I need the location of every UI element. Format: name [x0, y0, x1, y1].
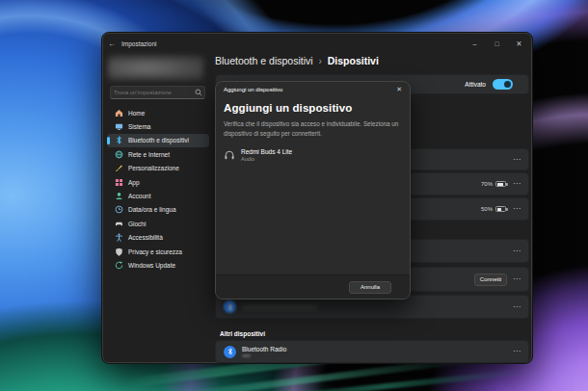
- settings-window: ← Impostazioni – □ ✕ HomeSistemaBluetoot…: [101, 32, 533, 364]
- device-name-blurred: [242, 304, 317, 310]
- more-options-icon[interactable]: ⋯: [513, 248, 521, 255]
- network-icon: [115, 150, 123, 159]
- bluetooth-icon: [115, 136, 123, 144]
- sidebar-item-privacy[interactable]: Privacy e sicurezza: [107, 245, 209, 258]
- sidebar-item-label: Account: [128, 193, 151, 199]
- more-options-icon[interactable]: ⋯: [513, 180, 521, 188]
- cancel-button[interactable]: Annulla: [349, 281, 391, 294]
- dialog-titlebar: Aggiungi un dispositivo ✕: [216, 82, 410, 97]
- headphones-icon: [224, 149, 235, 161]
- device-icon-blurred: [224, 300, 236, 313]
- sidebar-item-home[interactable]: Home: [107, 106, 209, 119]
- sidebar-nav: HomeSistemaBluetooth e dispositiviRete e…: [107, 106, 209, 273]
- dialog-title: Aggiungi un dispositivo: [224, 87, 282, 92]
- close-icon[interactable]: ✕: [508, 33, 530, 54]
- sidebar-item-apps[interactable]: App: [107, 175, 209, 189]
- back-icon[interactable]: ←: [102, 39, 121, 48]
- account-icon: [115, 192, 123, 200]
- dialog-close-icon[interactable]: ✕: [396, 86, 402, 93]
- sidebar-item-label: Sistema: [128, 123, 150, 130]
- sidebar-item-label: Privacy e sicurezza: [128, 248, 182, 255]
- dialog-footer: Annulla: [216, 274, 410, 299]
- personalization-icon: [115, 164, 123, 172]
- desktop: ← Impostazioni – □ ✕ HomeSistemaBluetoot…: [0, 0, 588, 391]
- update-icon: [115, 261, 123, 270]
- sidebar-item-datetime[interactable]: Data/ora e lingua: [107, 203, 209, 217]
- add-device-dialog: Aggiungi un dispositivo ✕ Aggiungi un di…: [215, 81, 411, 300]
- sidebar-item-label: Giochi: [128, 221, 146, 227]
- sidebar-item-network[interactable]: Rete e Internet: [107, 147, 209, 161]
- sidebar-item-account[interactable]: Account: [107, 189, 209, 202]
- search-input[interactable]: [111, 90, 193, 95]
- page-title: Dispositivi: [328, 55, 379, 66]
- accessibility-icon: [115, 233, 123, 242]
- toggle-knob: [504, 81, 511, 88]
- search-icon[interactable]: [193, 89, 204, 96]
- more-options-icon[interactable]: ⋯: [513, 303, 521, 311]
- sidebar-item-label: Accessibilità: [128, 234, 163, 241]
- dialog-heading: Aggiungi un dispositivo: [224, 102, 402, 114]
- sidebar-item-label: Rete e Internet: [128, 151, 170, 158]
- sidebar-item-bluetooth[interactable]: Bluetooth e dispositivi: [107, 134, 209, 147]
- sidebar-item-label: Data/ora e lingua: [128, 206, 176, 213]
- minimize-icon[interactable]: –: [464, 33, 486, 54]
- settings-search: [110, 86, 205, 99]
- toggle-state-label: Attivato: [465, 81, 486, 88]
- sidebar-item-system[interactable]: Sistema: [107, 119, 209, 133]
- user-profile-blurred[interactable]: [108, 56, 203, 80]
- privacy-icon: [115, 248, 123, 256]
- more-options-icon[interactable]: ⋯: [513, 348, 521, 355]
- bluetooth-toggle[interactable]: [493, 79, 513, 90]
- sidebar-item-label: Bluetooth e dispositivi: [128, 137, 189, 143]
- window-title: Impostazioni: [121, 40, 157, 47]
- breadcrumb: Bluetooth e dispositivi › Dispositivi: [215, 55, 379, 66]
- sidebar-item-label: App: [128, 179, 140, 186]
- battery-icon: [495, 206, 506, 212]
- window-controls: – □ ✕: [464, 33, 530, 54]
- system-icon: [115, 122, 123, 131]
- home-icon: [115, 109, 123, 117]
- section-header: Altri dispositivi: [220, 330, 265, 337]
- apps-icon: [115, 178, 123, 187]
- window-titlebar: ← Impostazioni – □ ✕: [102, 33, 532, 54]
- connect-button[interactable]: Connetti: [474, 274, 507, 286]
- sidebar-item-label: Windows Update: [128, 262, 175, 269]
- sidebar-item-label: Home: [128, 110, 145, 117]
- discovered-device-name: Redmi Buds 4 Lite: [241, 148, 292, 155]
- chevron-right-icon: ›: [318, 56, 321, 66]
- sidebar-item-personalization[interactable]: Personalizzazione: [107, 162, 209, 175]
- dialog-description: Verifica che il dispositivo sia acceso e…: [224, 119, 401, 139]
- more-options-icon[interactable]: ⋯: [513, 205, 521, 213]
- bluetooth-device-icon: [224, 346, 236, 358]
- discovered-device-item[interactable]: Redmi Buds 4 Lite Audio: [219, 145, 407, 166]
- discovered-device-type: Audio: [241, 156, 292, 162]
- device-status-blurred: [242, 354, 251, 357]
- battery-percent: 50%: [481, 206, 493, 212]
- battery-percent: 70%: [481, 181, 493, 187]
- sidebar-item-update[interactable]: Windows Update: [107, 258, 209, 272]
- more-options-icon[interactable]: ⋯: [513, 275, 521, 283]
- datetime-icon: [115, 205, 123, 214]
- sidebar-item-accessibility[interactable]: Accessibilità: [107, 231, 209, 245]
- bluetooth-radio-row[interactable]: Bluetooth Radio ⋯: [215, 340, 529, 363]
- sidebar-item-games[interactable]: Giochi: [107, 217, 209, 230]
- more-options-icon[interactable]: ⋯: [513, 156, 521, 164]
- battery-icon: [495, 181, 506, 187]
- sidebar-item-label: Personalizzazione: [128, 165, 179, 171]
- maximize-icon[interactable]: □: [486, 33, 508, 54]
- games-icon: [115, 220, 123, 228]
- breadcrumb-parent[interactable]: Bluetooth e dispositivi: [215, 55, 313, 66]
- device-name: Bluetooth Radio: [242, 346, 286, 352]
